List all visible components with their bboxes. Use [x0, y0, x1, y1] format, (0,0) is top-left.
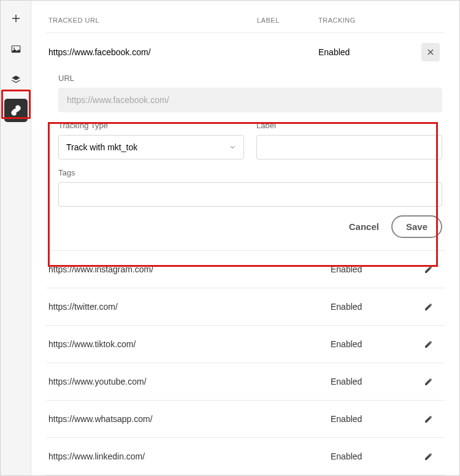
- row-action: [410, 373, 442, 390]
- edit-button[interactable]: [420, 448, 437, 465]
- table-row: https://www.tiktok.com/Enabled: [46, 326, 445, 363]
- tracking-type-value: Track with mkt_tok: [66, 142, 137, 152]
- pencil-icon: [424, 451, 434, 461]
- tags-label: Tags: [58, 168, 442, 177]
- edit-button[interactable]: [420, 261, 437, 278]
- table-row: https://twitter.com/Enabled: [46, 288, 445, 326]
- row-url: https://www.tiktok.com/: [48, 339, 331, 349]
- plus-icon: [10, 13, 21, 24]
- edit-button[interactable]: [420, 336, 437, 353]
- row-tracking: Enabled: [331, 451, 410, 461]
- pencil-icon: [424, 414, 434, 424]
- pencil-icon: [424, 377, 434, 386]
- row-url: https://www.whatsapp.com/: [48, 414, 331, 424]
- header-tracked-url: TRACKED URL: [48, 17, 257, 24]
- row-action: [410, 298, 442, 315]
- table-row: https://www.whatsapp.com/Enabled: [46, 401, 445, 438]
- row-url: https://twitter.com/: [48, 302, 331, 312]
- sidebar-layers[interactable]: [4, 68, 28, 91]
- row-tracking: Enabled: [331, 377, 410, 386]
- row-url: https://www.instagram.com/: [48, 264, 331, 274]
- pencil-icon: [424, 302, 434, 312]
- url-readonly: https://www.facebook.com/: [58, 88, 442, 112]
- link-icon: [10, 105, 21, 116]
- tracking-type-label: Tracking Type: [58, 121, 244, 130]
- table-row: https://www.youtube.com/Enabled: [46, 363, 445, 401]
- table-row: https://www.linkedin.com/Enabled: [46, 438, 445, 475]
- sidebar-add[interactable]: [4, 7, 28, 30]
- row-action: [410, 410, 442, 428]
- pencil-icon: [424, 339, 434, 349]
- sidebar-links[interactable]: [4, 99, 28, 122]
- pencil-icon: [424, 264, 434, 274]
- close-icon: [426, 48, 435, 56]
- url-field-label: URL: [58, 74, 442, 83]
- expanded-url: https://www.facebook.com/: [48, 47, 318, 57]
- sidebar: [1, 1, 31, 475]
- label-input[interactable]: [256, 135, 442, 159]
- edit-button[interactable]: [420, 298, 437, 315]
- tags-input[interactable]: [58, 182, 442, 207]
- svg-point-3: [13, 47, 14, 48]
- row-tracking: Enabled: [331, 302, 410, 312]
- header-label: LABEL: [257, 17, 318, 24]
- row-tracking: Enabled: [331, 339, 410, 349]
- row-url: https://www.youtube.com/: [48, 377, 331, 386]
- cancel-button[interactable]: Cancel: [349, 221, 379, 232]
- label-field-label: Label: [256, 121, 442, 130]
- expanded-row-summary: https://www.facebook.com/ Enabled: [46, 33, 445, 71]
- row-tracking: Enabled: [331, 414, 410, 424]
- row-action: [410, 448, 442, 465]
- tracking-type-select[interactable]: Track with mkt_tok: [58, 135, 244, 159]
- sidebar-image[interactable]: [4, 37, 28, 61]
- row-action: [410, 261, 442, 278]
- header-tracking: TRACKING: [318, 17, 380, 24]
- table-row: https://www.instagram.com/Enabled: [46, 251, 445, 288]
- save-button[interactable]: Save: [391, 215, 442, 238]
- expanded-form: URL https://www.facebook.com/ Tracking T…: [46, 71, 445, 250]
- row-tracking: Enabled: [331, 264, 410, 274]
- app-frame: TRACKED URL LABEL TRACKING https://www.f…: [0, 0, 460, 476]
- collapse-button[interactable]: [421, 43, 440, 61]
- expanded-row: https://www.facebook.com/ Enabled URL ht…: [46, 33, 445, 251]
- chevron-down-icon: [229, 144, 236, 151]
- main-panel: TRACKED URL LABEL TRACKING https://www.f…: [31, 1, 459, 475]
- row-url: https://www.linkedin.com/: [48, 451, 331, 461]
- expanded-tracking: Enabled: [318, 47, 398, 57]
- edit-button[interactable]: [420, 410, 437, 428]
- row-action: [410, 336, 442, 353]
- column-headers: TRACKED URL LABEL TRACKING: [46, 12, 445, 33]
- rows-container: https://www.instagram.com/Enabledhttps:/…: [46, 251, 445, 475]
- image-icon: [10, 44, 21, 55]
- layers-icon: [10, 74, 21, 85]
- edit-button[interactable]: [420, 373, 437, 390]
